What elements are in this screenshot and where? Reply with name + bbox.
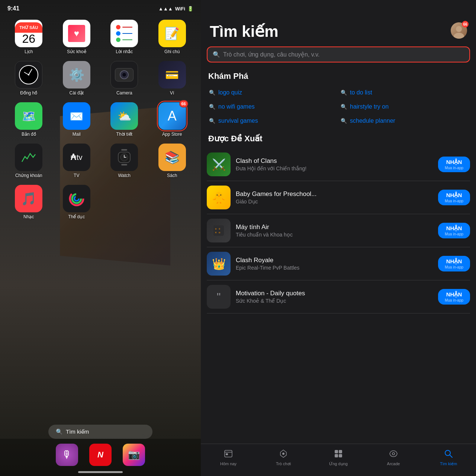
- dock-netflix[interactable]: N: [89, 444, 112, 466]
- search-container: 🔍 Trò chơi, ứng dụng, câu chuyện, v.v.: [201, 46, 476, 68]
- rec-name-calculator: Máy tính Air: [236, 223, 433, 231]
- get-button-clash-of-clans[interactable]: NHẬN Mua in-app: [438, 157, 470, 172]
- home-search-bar[interactable]: 🔍 Tìm kiếm: [48, 425, 152, 439]
- rec-sub-calculator: Tiêu chuẩn và Khoa học: [236, 232, 433, 238]
- rec-sub-baby-games: Giáo Dục: [236, 199, 433, 205]
- app-icon-clash-of-clans: ⚔️: [207, 152, 231, 176]
- rec-info-clash-royale: Clash Royale Epic Real-Time PvP Battles: [236, 257, 433, 271]
- dock-instagram[interactable]: 📷: [123, 444, 145, 466]
- app-label-weather: Thời tiết: [116, 132, 132, 137]
- app-icon-settings: ⚙️: [63, 61, 90, 89]
- svg-point-9: [456, 26, 462, 32]
- rec-name-baby-games: Baby Games for Preschool...: [236, 190, 433, 198]
- app-item-calendar[interactable]: THỨ SÁU 26 Lịch: [8, 20, 49, 54]
- discover-text-0: logo quiz: [218, 89, 242, 96]
- nav-icon-apps: [334, 449, 343, 460]
- search-field[interactable]: 🔍 Trò chơi, ứng dụng, câu chuyện, v.v.: [207, 46, 470, 62]
- stocks-chart-icon: [20, 149, 37, 165]
- profile-section: 66: [451, 22, 467, 39]
- app-label-health: Sức khoẻ: [67, 49, 86, 54]
- nav-icon-games: [279, 449, 288, 460]
- app-item-fitness[interactable]: Thể dục: [56, 185, 97, 219]
- status-icons: ▲▲▲ WiFi 🔋: [158, 6, 193, 12]
- fitness-rings-icon: [68, 190, 85, 207]
- nav-icon-search: [444, 449, 453, 460]
- app-icon-mail: ✉️: [63, 102, 90, 130]
- dock-podcasts[interactable]: 🎙: [56, 444, 78, 466]
- discover-text-5: schedule planner: [350, 118, 395, 124]
- nav-icon-today: [224, 449, 233, 460]
- app-label-watch: Watch: [118, 173, 131, 178]
- app-item-maps[interactable]: 🗺️ Bản đồ: [8, 102, 49, 137]
- status-time: 9:41: [7, 5, 19, 12]
- get-button-motivation[interactable]: NHẬN Mua in-app: [438, 289, 470, 305]
- signal-icon: ▲▲▲: [158, 6, 173, 12]
- app-item-settings[interactable]: ⚙️ Cài đặt: [56, 61, 97, 96]
- rec-item-clash-royale: 👑 Clash Royale Epic Real-Time PvP Battle…: [207, 247, 470, 280]
- discover-item-survival[interactable]: 🔍 survival games: [207, 114, 338, 128]
- app-icon-notes: 📝: [158, 20, 186, 47]
- app-item-weather[interactable]: ⛅ Thời tiết: [104, 102, 145, 137]
- app-item-stocks[interactable]: Chứng khoán: [8, 144, 49, 178]
- discover-text-1: to do list: [350, 89, 372, 96]
- app-icon-clock: [15, 61, 42, 89]
- search-placeholder: Trò chơi, ứng dụng, câu chuyện, v.v.: [223, 51, 319, 58]
- status-bar: 9:41 ▲▲▲ WiFi 🔋: [0, 0, 201, 14]
- app-item-camera[interactable]: Camera: [104, 61, 145, 96]
- app-item-health[interactable]: ♥ Sức khoẻ: [56, 20, 97, 54]
- rec-item-baby-games: 🐥 Baby Games for Preschool... Giáo Dục N…: [207, 181, 470, 214]
- app-label-clock: Đồng hồ: [20, 90, 37, 96]
- get-button-clash-royale[interactable]: NHẬN Mua in-app: [438, 256, 470, 271]
- battery-icon: 🔋: [187, 6, 193, 12]
- app-item-mail[interactable]: ✉️ Mail: [56, 102, 97, 137]
- app-label-maps: Bản đồ: [22, 132, 36, 137]
- wifi-icon: WiFi: [175, 6, 185, 12]
- nav-icon-arcade: [389, 449, 398, 460]
- rec-info-baby-games: Baby Games for Preschool... Giáo Dục: [236, 190, 433, 205]
- svg-point-10: [454, 33, 464, 39]
- svg-text:×  =: × =: [215, 231, 221, 234]
- app-item-notes[interactable]: 📝 Ghi chú: [152, 20, 193, 54]
- nav-item-search[interactable]: Tìm kiếm: [421, 447, 476, 469]
- app-icon-calendar: THỨ SÁU 26: [15, 20, 42, 47]
- app-icon-wallet: 💳: [158, 61, 186, 89]
- recommended-section-title: Được Đề Xuất: [201, 131, 476, 148]
- nav-item-arcade[interactable]: Arcade: [366, 447, 421, 469]
- app-label-appstore: App Store: [162, 132, 182, 137]
- app-grid: THỨ SÁU 26 Lịch ♥ Sức khoẻ Lời nhắc: [0, 16, 201, 223]
- get-button-baby-games[interactable]: NHẬN Mua in-app: [438, 190, 470, 205]
- app-item-books[interactable]: 📚 Sách: [152, 144, 193, 178]
- nav-item-apps[interactable]: Ứng dụng: [311, 447, 366, 469]
- rec-name-motivation: Motivation - Daily quotes: [236, 290, 433, 297]
- svg-point-8: [74, 196, 79, 201]
- discover-item-nowifi[interactable]: 🔍 no wifi games: [207, 100, 338, 114]
- app-item-wallet[interactable]: 💳 Ví: [152, 61, 193, 96]
- discover-item-hairstyle[interactable]: 🔍 hairstyle try on: [338, 100, 470, 114]
- watch-icon-svg: [117, 148, 132, 167]
- app-item-watch[interactable]: Watch: [104, 144, 145, 178]
- app-icon-fitness: [63, 185, 90, 212]
- app-item-tv[interactable]: ₳ tv TV: [56, 144, 97, 178]
- discover-grid: 🔍 logo quiz 🔍 to do list 🔍 no wifi games…: [201, 86, 476, 128]
- app-label-tv: TV: [74, 173, 79, 178]
- discover-item-todo[interactable]: 🔍 to do list: [338, 86, 470, 100]
- app-item-music[interactable]: 🎵 Nhạc: [8, 185, 49, 219]
- discover-search-icon-3: 🔍: [341, 104, 347, 110]
- nav-item-today[interactable]: Hôm nay: [201, 447, 256, 469]
- svg-rect-19: [339, 450, 342, 453]
- discover-item-logo-quiz[interactable]: 🔍 logo quiz: [207, 86, 338, 100]
- svg-line-26: [450, 455, 452, 457]
- app-label-settings: Cài đặt: [70, 90, 84, 96]
- nav-item-games[interactable]: Trò chơi: [256, 447, 311, 469]
- get-button-calculator[interactable]: NHẬN Mua in-app: [438, 223, 470, 238]
- clock-face: [19, 65, 38, 84]
- app-item-reminders[interactable]: Lời nhắc: [104, 20, 145, 54]
- app-label-fitness: Thể dục: [68, 214, 85, 219]
- bottom-nav: Hôm nay Trò chơi Ứng dụng Arcade Tìm kiế…: [201, 444, 476, 476]
- store-header: Tìm kiếm 66: [201, 0, 476, 46]
- app-item-appstore[interactable]: 66 A App Store: [152, 102, 193, 137]
- nav-label-games: Trò chơi: [276, 461, 291, 466]
- discover-item-schedule[interactable]: 🔍 schedule planner: [338, 114, 470, 128]
- app-item-clock[interactable]: Đồng hồ: [8, 61, 49, 96]
- calculator-icon-svg: + ÷ × =: [211, 223, 226, 238]
